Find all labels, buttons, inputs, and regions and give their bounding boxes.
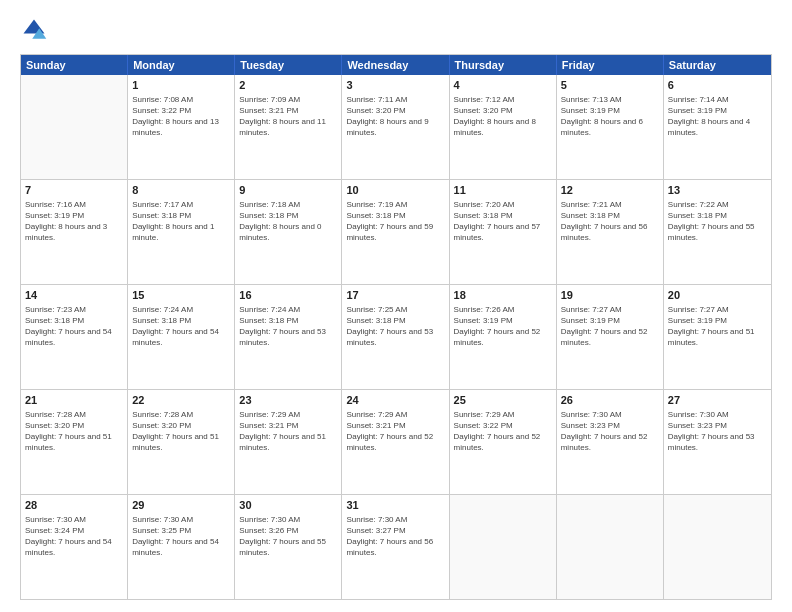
cell-info: Sunrise: 7:30 AMSunset: 3:24 PMDaylight:…	[25, 514, 123, 559]
cell-info: Sunrise: 7:13 AMSunset: 3:19 PMDaylight:…	[561, 94, 659, 139]
header-day-sunday: Sunday	[21, 55, 128, 75]
calendar-row: 28Sunrise: 7:30 AMSunset: 3:24 PMDayligh…	[21, 494, 771, 599]
day-number: 19	[561, 288, 659, 303]
day-number: 8	[132, 183, 230, 198]
cell-info: Sunrise: 7:27 AMSunset: 3:19 PMDaylight:…	[561, 304, 659, 349]
day-number: 17	[346, 288, 444, 303]
calendar-cell: 3Sunrise: 7:11 AMSunset: 3:20 PMDaylight…	[342, 75, 449, 179]
cell-info: Sunrise: 7:29 AMSunset: 3:21 PMDaylight:…	[346, 409, 444, 454]
calendar-cell: 23Sunrise: 7:29 AMSunset: 3:21 PMDayligh…	[235, 390, 342, 494]
day-number: 5	[561, 78, 659, 93]
calendar-cell: 22Sunrise: 7:28 AMSunset: 3:20 PMDayligh…	[128, 390, 235, 494]
cell-info: Sunrise: 7:17 AMSunset: 3:18 PMDaylight:…	[132, 199, 230, 244]
day-number: 6	[668, 78, 767, 93]
cell-info: Sunrise: 7:26 AMSunset: 3:19 PMDaylight:…	[454, 304, 552, 349]
calendar-cell: 24Sunrise: 7:29 AMSunset: 3:21 PMDayligh…	[342, 390, 449, 494]
day-number: 27	[668, 393, 767, 408]
day-number: 29	[132, 498, 230, 513]
cell-info: Sunrise: 7:14 AMSunset: 3:19 PMDaylight:…	[668, 94, 767, 139]
cell-info: Sunrise: 7:23 AMSunset: 3:18 PMDaylight:…	[25, 304, 123, 349]
cell-info: Sunrise: 7:18 AMSunset: 3:18 PMDaylight:…	[239, 199, 337, 244]
calendar-body: 1Sunrise: 7:08 AMSunset: 3:22 PMDaylight…	[21, 75, 771, 599]
calendar-cell: 5Sunrise: 7:13 AMSunset: 3:19 PMDaylight…	[557, 75, 664, 179]
cell-info: Sunrise: 7:30 AMSunset: 3:26 PMDaylight:…	[239, 514, 337, 559]
cell-info: Sunrise: 7:20 AMSunset: 3:18 PMDaylight:…	[454, 199, 552, 244]
cell-info: Sunrise: 7:21 AMSunset: 3:18 PMDaylight:…	[561, 199, 659, 244]
day-number: 25	[454, 393, 552, 408]
calendar-cell: 14Sunrise: 7:23 AMSunset: 3:18 PMDayligh…	[21, 285, 128, 389]
cell-info: Sunrise: 7:25 AMSunset: 3:18 PMDaylight:…	[346, 304, 444, 349]
day-number: 4	[454, 78, 552, 93]
day-number: 14	[25, 288, 123, 303]
cell-info: Sunrise: 7:24 AMSunset: 3:18 PMDaylight:…	[132, 304, 230, 349]
calendar-cell: 15Sunrise: 7:24 AMSunset: 3:18 PMDayligh…	[128, 285, 235, 389]
calendar-cell: 9Sunrise: 7:18 AMSunset: 3:18 PMDaylight…	[235, 180, 342, 284]
calendar-cell: 19Sunrise: 7:27 AMSunset: 3:19 PMDayligh…	[557, 285, 664, 389]
day-number: 7	[25, 183, 123, 198]
day-number: 10	[346, 183, 444, 198]
calendar: SundayMondayTuesdayWednesdayThursdayFrid…	[20, 54, 772, 600]
cell-info: Sunrise: 7:30 AMSunset: 3:23 PMDaylight:…	[668, 409, 767, 454]
calendar-row: 7Sunrise: 7:16 AMSunset: 3:19 PMDaylight…	[21, 179, 771, 284]
header-day-friday: Friday	[557, 55, 664, 75]
calendar-cell: 11Sunrise: 7:20 AMSunset: 3:18 PMDayligh…	[450, 180, 557, 284]
day-number: 3	[346, 78, 444, 93]
day-number: 31	[346, 498, 444, 513]
calendar-cell: 25Sunrise: 7:29 AMSunset: 3:22 PMDayligh…	[450, 390, 557, 494]
header-day-monday: Monday	[128, 55, 235, 75]
cell-info: Sunrise: 7:08 AMSunset: 3:22 PMDaylight:…	[132, 94, 230, 139]
header-day-thursday: Thursday	[450, 55, 557, 75]
day-number: 22	[132, 393, 230, 408]
calendar-cell: 1Sunrise: 7:08 AMSunset: 3:22 PMDaylight…	[128, 75, 235, 179]
logo-icon	[20, 16, 48, 44]
cell-info: Sunrise: 7:30 AMSunset: 3:27 PMDaylight:…	[346, 514, 444, 559]
logo	[20, 16, 52, 44]
cell-info: Sunrise: 7:30 AMSunset: 3:25 PMDaylight:…	[132, 514, 230, 559]
calendar-cell	[664, 495, 771, 599]
header-day-tuesday: Tuesday	[235, 55, 342, 75]
day-number: 30	[239, 498, 337, 513]
day-number: 13	[668, 183, 767, 198]
calendar-cell: 26Sunrise: 7:30 AMSunset: 3:23 PMDayligh…	[557, 390, 664, 494]
calendar-cell: 13Sunrise: 7:22 AMSunset: 3:18 PMDayligh…	[664, 180, 771, 284]
calendar-cell: 4Sunrise: 7:12 AMSunset: 3:20 PMDaylight…	[450, 75, 557, 179]
day-number: 11	[454, 183, 552, 198]
calendar-cell	[21, 75, 128, 179]
calendar-cell: 29Sunrise: 7:30 AMSunset: 3:25 PMDayligh…	[128, 495, 235, 599]
calendar-header: SundayMondayTuesdayWednesdayThursdayFrid…	[21, 55, 771, 75]
calendar-cell	[450, 495, 557, 599]
cell-info: Sunrise: 7:19 AMSunset: 3:18 PMDaylight:…	[346, 199, 444, 244]
calendar-cell: 6Sunrise: 7:14 AMSunset: 3:19 PMDaylight…	[664, 75, 771, 179]
calendar-row: 14Sunrise: 7:23 AMSunset: 3:18 PMDayligh…	[21, 284, 771, 389]
day-number: 1	[132, 78, 230, 93]
calendar-cell: 17Sunrise: 7:25 AMSunset: 3:18 PMDayligh…	[342, 285, 449, 389]
calendar-row: 1Sunrise: 7:08 AMSunset: 3:22 PMDaylight…	[21, 75, 771, 179]
cell-info: Sunrise: 7:24 AMSunset: 3:18 PMDaylight:…	[239, 304, 337, 349]
calendar-cell: 21Sunrise: 7:28 AMSunset: 3:20 PMDayligh…	[21, 390, 128, 494]
day-number: 24	[346, 393, 444, 408]
day-number: 20	[668, 288, 767, 303]
calendar-cell: 30Sunrise: 7:30 AMSunset: 3:26 PMDayligh…	[235, 495, 342, 599]
day-number: 23	[239, 393, 337, 408]
calendar-cell	[557, 495, 664, 599]
cell-info: Sunrise: 7:16 AMSunset: 3:19 PMDaylight:…	[25, 199, 123, 244]
cell-info: Sunrise: 7:29 AMSunset: 3:21 PMDaylight:…	[239, 409, 337, 454]
cell-info: Sunrise: 7:28 AMSunset: 3:20 PMDaylight:…	[25, 409, 123, 454]
header	[20, 16, 772, 44]
calendar-cell: 18Sunrise: 7:26 AMSunset: 3:19 PMDayligh…	[450, 285, 557, 389]
cell-info: Sunrise: 7:12 AMSunset: 3:20 PMDaylight:…	[454, 94, 552, 139]
calendar-cell: 12Sunrise: 7:21 AMSunset: 3:18 PMDayligh…	[557, 180, 664, 284]
day-number: 18	[454, 288, 552, 303]
day-number: 28	[25, 498, 123, 513]
page: SundayMondayTuesdayWednesdayThursdayFrid…	[0, 0, 792, 612]
day-number: 2	[239, 78, 337, 93]
calendar-cell: 8Sunrise: 7:17 AMSunset: 3:18 PMDaylight…	[128, 180, 235, 284]
header-day-saturday: Saturday	[664, 55, 771, 75]
calendar-cell: 2Sunrise: 7:09 AMSunset: 3:21 PMDaylight…	[235, 75, 342, 179]
cell-info: Sunrise: 7:30 AMSunset: 3:23 PMDaylight:…	[561, 409, 659, 454]
day-number: 21	[25, 393, 123, 408]
calendar-cell: 28Sunrise: 7:30 AMSunset: 3:24 PMDayligh…	[21, 495, 128, 599]
calendar-cell: 31Sunrise: 7:30 AMSunset: 3:27 PMDayligh…	[342, 495, 449, 599]
calendar-cell: 20Sunrise: 7:27 AMSunset: 3:19 PMDayligh…	[664, 285, 771, 389]
calendar-cell: 27Sunrise: 7:30 AMSunset: 3:23 PMDayligh…	[664, 390, 771, 494]
